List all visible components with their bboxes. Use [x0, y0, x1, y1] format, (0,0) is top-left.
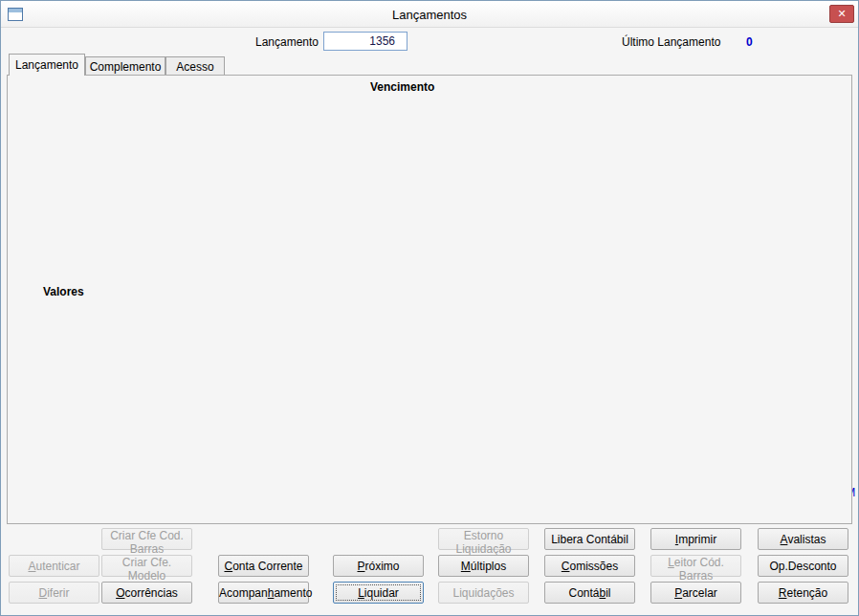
conta-corrente-button[interactable]: Conta Corrente [218, 555, 309, 577]
tab-acesso[interactable]: Acesso [165, 56, 225, 76]
comissoes-button[interactable]: Comissões [544, 555, 635, 577]
acompanhamento-button[interactable]: Acompanhamento [218, 582, 309, 604]
libera-contabil-button[interactable]: Libera Contábil [544, 528, 635, 550]
tab-complemento[interactable]: Complemento [85, 56, 165, 76]
liquidacoes-button: Liquidações [438, 582, 529, 604]
valores-group-title: Valores [39, 285, 88, 298]
title-bar: Lançamentos ✕ [1, 1, 858, 28]
imprimir-button[interactable]: Imprimir [650, 528, 741, 550]
avalistas-button[interactable]: Avalistas [758, 528, 848, 550]
criar-cfe-modelo-button: Criar Cfe. Modelo [101, 555, 192, 577]
lancamentos-window: Lançamentos ✕ Lançamento Último Lançamen… [0, 0, 859, 616]
autenticar-button: Autenticar [9, 555, 99, 577]
tab-lancamento[interactable]: Lançamento [9, 54, 85, 76]
tab-page-lancamento [7, 75, 852, 524]
op-desconto-button[interactable]: Op.Desconto [758, 555, 848, 577]
contabil-button[interactable]: Contábil [544, 582, 635, 604]
liquidar-button[interactable]: Liquidar [333, 582, 424, 604]
retencao-button[interactable]: Retenção [758, 582, 848, 604]
multiplos-button[interactable]: Múltiplos [438, 555, 529, 577]
lancamento-number-label: Lançamento [248, 35, 319, 49]
ocorrencias-button[interactable]: Ocorrências [101, 582, 192, 604]
criar-cfe-cod-barras-button: Criar Cfe Cod. Barras [101, 528, 192, 550]
estorno-liquidacao-button: Estorno Liquidação [438, 528, 529, 550]
window-title: Lançamentos [1, 8, 858, 22]
proximo-button[interactable]: Próximo [333, 555, 424, 577]
diferir-button: Diferir [9, 582, 99, 604]
ultimo-lancamento-value: 0 [746, 35, 753, 49]
lancamento-number-input[interactable] [323, 32, 407, 51]
parcelar-button[interactable]: Parcelar [650, 582, 741, 604]
ultimo-lancamento-label: Último Lançamento [622, 35, 720, 49]
close-icon: ✕ [837, 8, 846, 19]
leitor-cod-barras-button: Leitor Cód. Barras [650, 555, 741, 577]
close-button[interactable]: ✕ [829, 5, 854, 23]
vencimento-group-title: Vencimento [366, 80, 438, 94]
